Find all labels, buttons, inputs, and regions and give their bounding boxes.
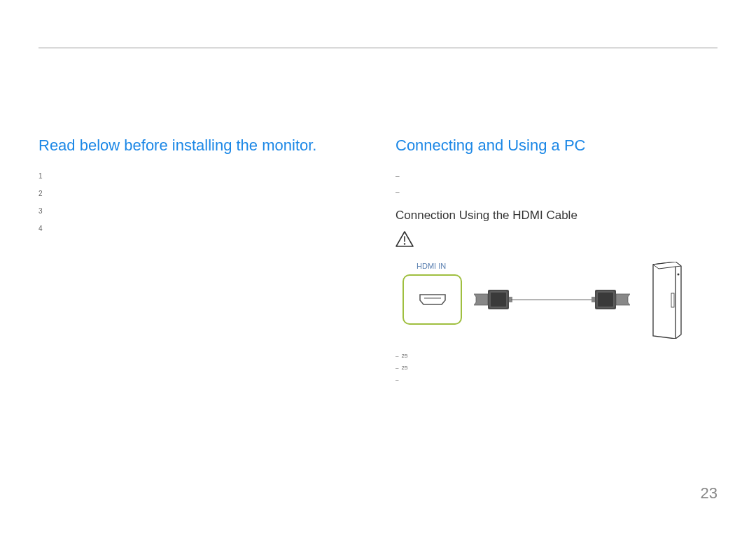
hdmi-slot-icon: [419, 293, 447, 306]
left-heading: Read below before installing the monitor…: [38, 136, 360, 155]
horizontal-divider: [38, 48, 718, 48]
connection-diagram: HDMI IN: [396, 262, 682, 346]
svg-rect-9: [598, 293, 613, 307]
list-item: 4: [38, 225, 360, 232]
hdmi-port-box: [402, 274, 462, 325]
dash-item: [396, 172, 718, 180]
dash-list: [396, 172, 718, 196]
right-heading: Connecting and Using a PC: [396, 136, 718, 155]
footnote-item: 25: [396, 353, 718, 359]
list-item: 1: [38, 172, 360, 180]
dash-item: [396, 188, 718, 196]
svg-point-11: [678, 274, 680, 276]
footnote-item: 25: [396, 365, 718, 371]
hdmi-connector-right-icon: [592, 284, 630, 315]
svg-rect-5: [491, 293, 506, 307]
right-column: Connecting and Using a PC Connection Usi…: [396, 136, 718, 388]
numbered-list: 1 2 3 4: [38, 172, 360, 232]
subheading: Connection Using the HDMI Cable: [396, 209, 718, 223]
content-columns: Read below before installing the monitor…: [38, 136, 718, 388]
footnote-item: [396, 377, 718, 383]
left-column: Read below before installing the monitor…: [38, 136, 360, 388]
warning-row: [396, 231, 718, 248]
svg-point-1: [404, 243, 405, 244]
page-number: 23: [701, 484, 718, 503]
pc-tower-icon: [646, 262, 682, 339]
list-item: 2: [38, 190, 360, 197]
warning-triangle-icon: [396, 231, 414, 248]
list-item: 3: [38, 207, 360, 215]
footnote-list: 25 25: [396, 353, 718, 383]
hdmi-connector-left-icon: [474, 284, 512, 315]
port-label: HDMI IN: [416, 262, 446, 270]
cable-line: [511, 300, 594, 300]
svg-rect-10: [592, 297, 595, 302]
